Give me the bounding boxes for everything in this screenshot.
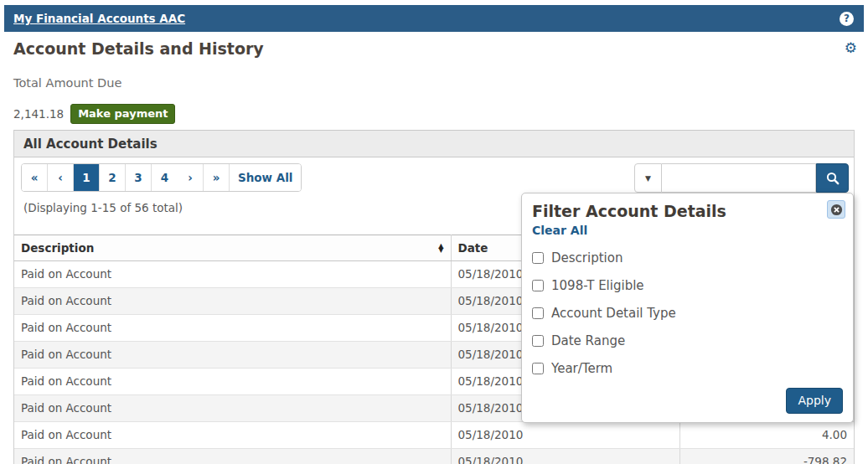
filter-option-date-range: Date Range [532, 333, 843, 348]
total-due-row: 2,141.18 Make payment [13, 104, 175, 124]
close-icon [830, 204, 843, 216]
search-input[interactable] [662, 163, 816, 193]
close-button[interactable] [827, 200, 845, 219]
filter-option-account-detail-type: Account Detail Type [532, 306, 843, 321]
gear-icon[interactable]: ⚙ [845, 41, 857, 55]
cell-date: 05/18/2010 [451, 449, 679, 464]
column-header-description-label: Description [21, 241, 94, 255]
pagination: « ‹ 1234 › » Show All [21, 163, 302, 192]
pagination-prev-button[interactable]: ‹ [48, 164, 74, 191]
filter-option-year-term: Year/Term [532, 361, 843, 376]
table-row: Paid on Account05/18/20104.00 [14, 422, 854, 449]
cell-description: Paid on Account [14, 315, 451, 342]
table-toolbar: « ‹ 1234 › » Show All ▼ [21, 163, 849, 193]
make-payment-button[interactable]: Make payment [70, 104, 175, 124]
cell-date: 05/18/2010 [451, 422, 679, 449]
cell-amount: -798.82 [679, 449, 854, 464]
pagination-page-button-2[interactable]: 2 [100, 164, 126, 191]
sort-icon[interactable]: ▲▼ [438, 244, 443, 252]
cell-description: Paid on Account [14, 342, 451, 369]
apply-button[interactable]: Apply [786, 388, 843, 414]
page-title: Account Details and History [13, 39, 264, 58]
search-button[interactable] [816, 163, 849, 193]
caret-down-icon: ▼ [645, 174, 651, 183]
checkbox-description[interactable] [532, 252, 544, 264]
filter-option-1098-t-eligible: 1098-T Eligible [532, 278, 843, 293]
clear-all-link[interactable]: Clear All [532, 224, 587, 237]
cell-description: Paid on Account [14, 261, 451, 288]
filter-option-label: Description [551, 250, 623, 266]
total-amount-due-label: Total Amount Due [13, 76, 121, 90]
help-icon[interactable]: ? [840, 12, 854, 26]
pagination-page-button-3[interactable]: 3 [126, 164, 152, 191]
cell-description: Paid on Account [14, 369, 451, 395]
filter-popup: Filter Account Details Clear All Descrip… [521, 193, 854, 423]
filter-popup-title: Filter Account Details [532, 202, 843, 220]
pagination-last-button[interactable]: » [204, 164, 230, 191]
app-header: My Financial Accounts AAC ? [4, 5, 864, 32]
table-row: Paid on Account05/18/2010-798.82 [14, 449, 854, 464]
filter-option-label: Year/Term [551, 361, 612, 376]
checkbox-1098-t-eligible[interactable] [532, 280, 544, 291]
search-bar: ▼ [634, 163, 849, 193]
filter-option-label: Account Detail Type [551, 306, 676, 321]
pagination-page-button-1[interactable]: 1 [74, 164, 100, 191]
pagination-show-all-button[interactable]: Show All [230, 164, 301, 191]
pagination-page-button-4[interactable]: 4 [152, 164, 178, 191]
checkbox-year-term[interactable] [532, 363, 544, 374]
filter-option-description: Description [532, 250, 843, 266]
panel-header: All Account Details [14, 130, 854, 157]
cell-description: Paid on Account [14, 288, 451, 315]
pagination-first-button[interactable]: « [22, 164, 48, 191]
cell-description: Paid on Account [14, 422, 451, 449]
cell-description: Paid on Account [14, 395, 451, 422]
filter-option-label: 1098-T Eligible [551, 278, 644, 293]
column-header-description[interactable]: Description ▲▼ [14, 235, 451, 261]
cell-amount: 4.00 [679, 422, 854, 449]
search-icon [826, 172, 840, 185]
search-options-dropdown[interactable]: ▼ [634, 163, 662, 193]
checkbox-date-range[interactable] [532, 335, 544, 347]
pagination-next-button[interactable]: › [178, 164, 204, 191]
cell-description: Paid on Account [14, 449, 451, 464]
filter-options-list: Description1098-T EligibleAccount Detail… [532, 250, 843, 376]
filter-option-label: Date Range [551, 333, 625, 348]
checkbox-account-detail-type[interactable] [532, 307, 544, 319]
total-due-amount: 2,141.18 [13, 107, 64, 121]
breadcrumb-link[interactable]: My Financial Accounts AAC [13, 12, 185, 25]
